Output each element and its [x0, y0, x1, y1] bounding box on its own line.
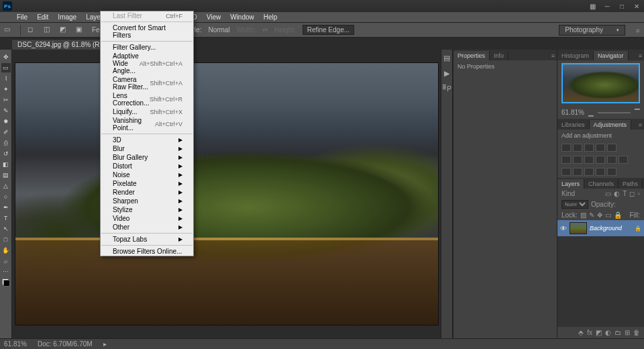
tab-info[interactable]: Info — [490, 51, 508, 60]
adj-exposure-icon[interactable] — [596, 144, 605, 152]
canvas-area[interactable] — [12, 50, 441, 338]
menuitem-video[interactable]: Video▶ — [101, 214, 193, 223]
panel-menu-icon[interactable]: ≡ — [549, 51, 557, 60]
new-group-icon[interactable]: 🗀 — [614, 329, 621, 336]
adj-gradientmap-icon[interactable] — [596, 168, 605, 176]
adj-posterize-icon[interactable] — [573, 168, 582, 176]
filter-pixel-icon[interactable]: ▭ — [605, 190, 611, 197]
menuitem-other[interactable]: Other▶ — [101, 223, 193, 232]
adj-brightness-icon[interactable] — [561, 144, 571, 152]
menuitem-lens-correction[interactable]: Lens Correction...Shift+Ctrl+R — [101, 91, 193, 107]
zoom-tool[interactable]: ⌕ — [1, 256, 11, 266]
menu-view[interactable]: View — [202, 12, 226, 22]
filter-adj-icon[interactable]: ◐ — [614, 190, 620, 197]
lock-paint-icon[interactable]: ✎ — [589, 211, 594, 219]
delete-layer-icon[interactable]: 🗑 — [633, 329, 640, 336]
status-zoom[interactable]: 61.81% — [4, 340, 27, 348]
menuitem-blur-gallery[interactable]: Blur Gallery▶ — [101, 153, 193, 162]
menuitem-liquify[interactable]: Liquify...Shift+Ctrl+X — [101, 107, 193, 116]
menuitem-3d[interactable]: 3D▶ — [101, 136, 193, 144]
adj-colorlookup-icon[interactable] — [619, 156, 628, 164]
hand-tool[interactable]: ✋ — [1, 246, 11, 255]
style-value[interactable]: Normal — [208, 26, 229, 34]
status-arrow-icon[interactable]: ▸ — [103, 340, 107, 348]
menuitem-pixelate[interactable]: Pixelate▶ — [101, 179, 193, 188]
selection-add-icon[interactable]: ◫ — [44, 26, 53, 35]
move-tool[interactable]: ✥ — [1, 52, 11, 62]
workspace-selector[interactable]: Photography ▾ — [559, 25, 625, 36]
color-swatches[interactable] — [1, 278, 11, 287]
new-adjustment-icon[interactable]: ◐ — [605, 329, 611, 336]
marquee-tool-icon[interactable]: ▭ — [4, 26, 13, 35]
quick-select-tool[interactable]: ✦ — [1, 85, 11, 94]
adj-channelmixer-icon[interactable] — [607, 156, 616, 164]
zoom-slider[interactable] — [598, 112, 631, 113]
adj-colorbalance-icon[interactable] — [573, 156, 582, 164]
menuitem-render[interactable]: Render▶ — [101, 188, 193, 197]
lock-all-icon[interactable]: 🔒 — [614, 211, 622, 219]
selection-subtract-icon[interactable]: ◩ — [60, 26, 69, 35]
menuitem-blur[interactable]: Blur▶ — [101, 144, 193, 153]
crop-tool[interactable]: ✂ — [1, 95, 11, 105]
selection-new-icon[interactable]: ◻ — [28, 26, 37, 35]
marquee-tool[interactable]: ▭ — [1, 63, 11, 72]
lock-artboard-icon[interactable]: ▭ — [605, 211, 611, 219]
menuitem-noise[interactable]: Noise▶ — [101, 170, 193, 179]
zoom-in-icon[interactable]: ▔ — [635, 109, 640, 116]
menu-image[interactable]: Image — [53, 12, 81, 22]
menuitem-camera-raw-filter[interactable]: Camera Raw Filter...Shift+Ctrl+A — [101, 75, 193, 91]
menu-help[interactable]: Help — [259, 12, 282, 22]
adj-levels-icon[interactable] — [573, 144, 582, 152]
panel-menu-icon[interactable]: ≡ — [637, 51, 644, 60]
new-layer-icon[interactable]: ⊞ — [625, 329, 630, 336]
history-panel-icon[interactable]: ▤ — [443, 54, 450, 62]
edit-toolbar[interactable]: ⋯ — [1, 267, 11, 277]
paragraph-panel-icon[interactable]: ≣P — [442, 85, 451, 93]
panel-menu-icon[interactable]: ≡ — [637, 120, 644, 130]
tab-libraries[interactable]: Libraries — [557, 120, 590, 130]
tab-layers[interactable]: Layers — [557, 179, 584, 189]
adj-hue-icon[interactable] — [561, 156, 571, 164]
adj-selectivecolor-icon[interactable] — [607, 168, 616, 176]
blur-tool[interactable]: △ — [1, 181, 11, 191]
filter-smart-icon[interactable]: ▫ — [637, 190, 640, 197]
path-select-tool[interactable]: ↖ — [1, 224, 11, 234]
minimize-button[interactable]: ─ — [602, 3, 612, 10]
pen-tool[interactable]: ✒ — [1, 203, 11, 212]
selection-intersect-icon[interactable]: ▣ — [76, 26, 85, 35]
menuitem-adaptive-wide-angle[interactable]: Adaptive Wide Angle...Alt+Shift+Ctrl+A — [101, 52, 193, 75]
swap-icon[interactable]: ⇄ — [262, 26, 268, 34]
tab-paths[interactable]: Paths — [619, 179, 643, 189]
adj-invert-icon[interactable] — [561, 168, 571, 176]
maximize-button[interactable]: □ — [617, 3, 627, 10]
menuitem-vanishing-point[interactable]: Vanishing Point...Alt+Ctrl+V — [101, 116, 193, 132]
history-brush-tool[interactable]: ↺ — [1, 149, 11, 158]
tab-adjustments[interactable]: Adjustments — [590, 120, 632, 130]
lasso-tool[interactable]: ⌇ — [1, 74, 11, 83]
close-button[interactable]: ✕ — [632, 3, 641, 10]
menuitem-convert-for-smart-filters[interactable]: Convert for Smart Filters — [101, 23, 193, 40]
type-tool[interactable]: T — [1, 213, 11, 223]
rectangle-tool[interactable]: □ — [1, 235, 11, 244]
filter-type-icon[interactable]: T — [623, 190, 627, 197]
adj-photofilter-icon[interactable] — [596, 156, 605, 164]
tab-navigator[interactable]: Navigator — [594, 51, 629, 60]
lock-position-icon[interactable]: ✥ — [597, 211, 602, 219]
gradient-tool[interactable]: ▤ — [1, 170, 11, 180]
eyedropper-tool[interactable]: ✎ — [1, 106, 11, 115]
workspace-grid-icon[interactable]: ▦ — [588, 3, 597, 10]
adj-threshold-icon[interactable] — [584, 168, 594, 176]
adj-vibrance-icon[interactable] — [607, 144, 616, 152]
lock-transparent-icon[interactable]: ▨ — [580, 211, 586, 219]
filter-shape-icon[interactable]: ◻ — [629, 190, 635, 197]
tab-properties[interactable]: Properties — [453, 51, 490, 60]
menuitem-filter-gallery[interactable]: Filter Gallery... — [101, 43, 193, 52]
search-icon[interactable]: ⌕ — [636, 26, 640, 34]
clone-stamp-tool[interactable]: ⎙ — [1, 138, 11, 148]
spot-heal-tool[interactable]: ✹ — [1, 117, 11, 126]
adj-bw-icon[interactable] — [584, 156, 594, 164]
dodge-tool[interactable]: ○ — [1, 192, 11, 201]
menu-file[interactable]: File — [12, 12, 32, 22]
menuitem-sharpen[interactable]: Sharpen▶ — [101, 197, 193, 205]
menuitem-browse-filters-online[interactable]: Browse Filters Online... — [101, 247, 193, 256]
